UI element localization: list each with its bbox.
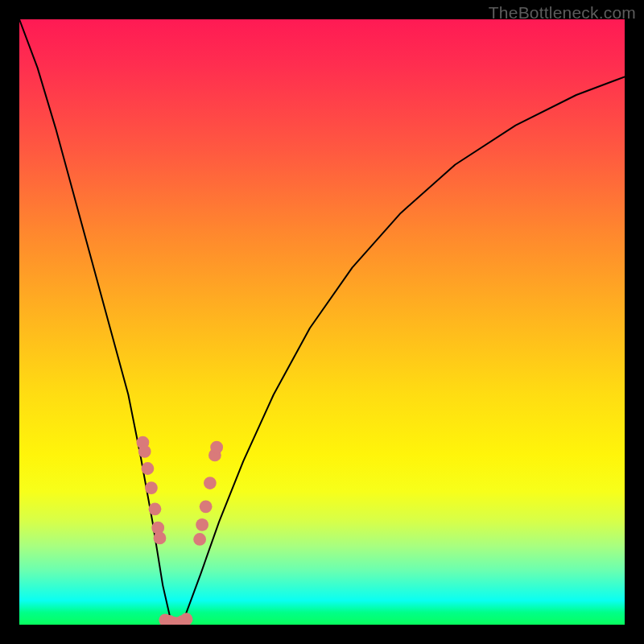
- marker-point: [200, 500, 213, 513]
- marker-point: [149, 502, 162, 515]
- bottleneck-curve: [19, 19, 625, 624]
- chart-overlay: [19, 19, 625, 625]
- marker-point: [196, 518, 208, 531]
- marker-point: [210, 441, 223, 454]
- marker-point: [154, 532, 167, 545]
- marker-point: [145, 481, 158, 494]
- plot-area: [19, 19, 625, 625]
- watermark-text: TheBottleneck.com: [489, 3, 636, 23]
- highlighted-points: [137, 436, 224, 625]
- marker-point: [193, 533, 206, 546]
- marker-point: [138, 445, 151, 458]
- chart-frame: TheBottleneck.com: [0, 0, 644, 644]
- marker-point: [142, 462, 155, 475]
- marker-point: [204, 477, 217, 489]
- marker-point: [180, 613, 193, 625]
